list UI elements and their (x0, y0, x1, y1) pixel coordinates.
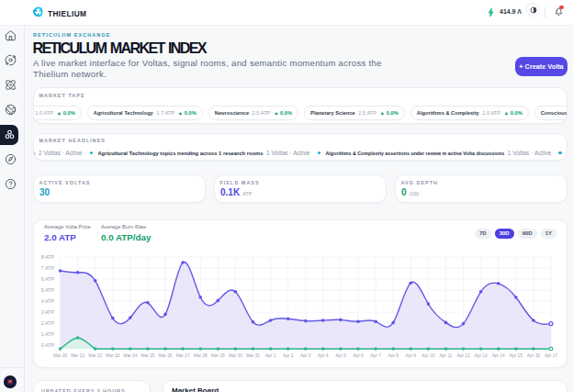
svg-text:Apr 12: Apr 12 (457, 353, 470, 358)
svg-text:Apr 15: Apr 15 (510, 353, 522, 358)
svg-text:Apr 17: Apr 17 (545, 353, 557, 358)
svg-text:Mar 25: Mar 25 (140, 353, 154, 358)
svg-text:Apr 5: Apr 5 (335, 353, 346, 358)
svg-text:Apr 8: Apr 8 (388, 353, 399, 358)
svg-text:2 ATP: 2 ATP (41, 320, 55, 326)
svg-text:Apr 11: Apr 11 (440, 353, 453, 358)
svg-text:3 ATP: 3 ATP (41, 309, 55, 315)
svg-text:Apr 2: Apr 2 (283, 353, 294, 358)
svg-text:4 ATP: 4 ATP (41, 298, 55, 304)
svg-text:1 ATP: 1 ATP (41, 331, 55, 337)
svg-text:Mar 27: Mar 27 (176, 353, 190, 358)
svg-text:Mar 31: Mar 31 (246, 353, 260, 358)
svg-text:Apr 16: Apr 16 (527, 353, 540, 358)
svg-text:7 ATP: 7 ATP (41, 265, 55, 271)
svg-text:Apr 10: Apr 10 (421, 353, 434, 358)
svg-text:Mar 28: Mar 28 (194, 353, 208, 358)
svg-text:Mar 30: Mar 30 (229, 353, 242, 358)
svg-text:Mar 26: Mar 26 (159, 353, 173, 358)
svg-text:Mar 23: Mar 23 (106, 353, 119, 358)
svg-text:Apr 7: Apr 7 (370, 353, 381, 358)
svg-text:6 ATP: 6 ATP (41, 276, 55, 282)
svg-text:Apr 14: Apr 14 (492, 353, 505, 358)
svg-text:0 ATP: 0 ATP (41, 342, 55, 348)
svg-text:Apr 9: Apr 9 (406, 353, 417, 358)
svg-text:Apr 6: Apr 6 (353, 353, 364, 358)
svg-text:Mar 22: Mar 22 (88, 353, 102, 358)
svg-text:Apr 4: Apr 4 (318, 353, 329, 358)
svg-text:Apr 1: Apr 1 (265, 353, 276, 358)
svg-text:Mar 20: Mar 20 (53, 353, 67, 358)
svg-text:Mar 29: Mar 29 (211, 353, 225, 358)
svg-text:8 ATP: 8 ATP (41, 254, 55, 260)
svg-text:5 ATP: 5 ATP (41, 287, 55, 293)
svg-text:Apr 13: Apr 13 (475, 353, 488, 358)
svg-text:Mar 21: Mar 21 (71, 353, 84, 358)
svg-text:Mar 24: Mar 24 (123, 353, 137, 358)
svg-text:Apr 3: Apr 3 (300, 353, 311, 358)
